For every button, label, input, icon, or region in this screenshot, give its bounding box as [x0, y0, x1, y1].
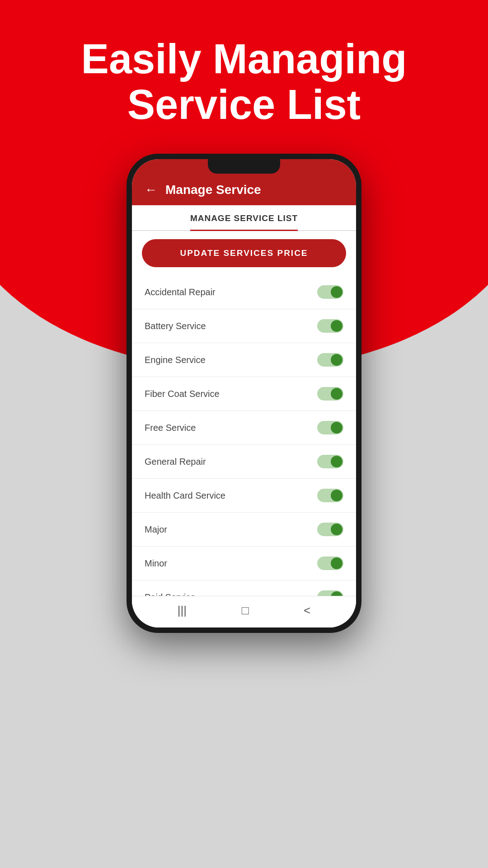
service-item-name: Health Card Service [145, 491, 225, 501]
service-list-item: Accidental Repair [132, 275, 356, 309]
update-services-price-button[interactable]: UPDATE SERVICES PRICE [142, 239, 346, 267]
tab-bar: MANAGE SERVICE LIST [132, 205, 356, 231]
service-list-item: Free Service [132, 411, 356, 445]
service-list-item: Fiber Coat Service [132, 377, 356, 411]
service-list-item: General Repair [132, 445, 356, 479]
service-toggle[interactable] [317, 455, 343, 468]
service-list-item: Major [132, 513, 356, 547]
hero-title: Easily Managing Service List [81, 36, 407, 127]
service-toggle[interactable] [317, 387, 343, 401]
service-list: Accidental RepairBattery ServiceEngine S… [132, 275, 356, 596]
service-list-item: Engine Service [132, 343, 356, 377]
service-toggle[interactable] [317, 557, 343, 570]
back-button[interactable]: ← [145, 183, 157, 197]
bottom-nav: ||| □ < [132, 596, 356, 627]
nav-back-icon[interactable]: ||| [178, 604, 187, 618]
phone-screen: ← Manage Service MANAGE SERVICE LIST UPD… [132, 159, 356, 627]
service-toggle[interactable] [317, 285, 343, 299]
service-list-item: Health Card Service [132, 479, 356, 513]
service-item-name: General Repair [145, 457, 206, 467]
phone-notch [208, 159, 280, 174]
nav-recent-icon[interactable]: < [304, 604, 310, 618]
service-item-name: Fiber Coat Service [145, 389, 220, 399]
app-content: MANAGE SERVICE LIST UPDATE SERVICES PRIC… [132, 205, 356, 627]
hero-text-container: Easily Managing Service List [0, 36, 488, 127]
service-item-name: Free Service [145, 423, 196, 433]
service-item-name: Engine Service [145, 355, 206, 365]
service-item-name: Accidental Repair [145, 287, 216, 297]
service-toggle[interactable] [317, 489, 343, 502]
service-toggle[interactable] [317, 523, 343, 536]
service-toggle[interactable] [317, 421, 343, 434]
service-toggle[interactable] [317, 353, 343, 367]
service-item-name: Minor [145, 558, 167, 569]
service-item-name: Major [145, 524, 167, 535]
service-list-item: Paid Service [132, 580, 356, 596]
service-list-item: Minor [132, 547, 356, 580]
service-list-item: Battery Service [132, 309, 356, 343]
app-header-title: Manage Service [165, 183, 261, 197]
service-toggle[interactable] [317, 319, 343, 333]
service-toggle[interactable] [317, 590, 343, 596]
nav-home-icon[interactable]: □ [242, 604, 249, 618]
service-item-name: Battery Service [145, 321, 206, 331]
tab-manage-service-list[interactable]: MANAGE SERVICE LIST [190, 213, 298, 231]
service-item-name: Paid Service [145, 592, 195, 596]
page: Easily Managing Service List ← Manage Se… [0, 0, 488, 868]
phone-mockup: ← Manage Service MANAGE SERVICE LIST UPD… [127, 154, 361, 633]
